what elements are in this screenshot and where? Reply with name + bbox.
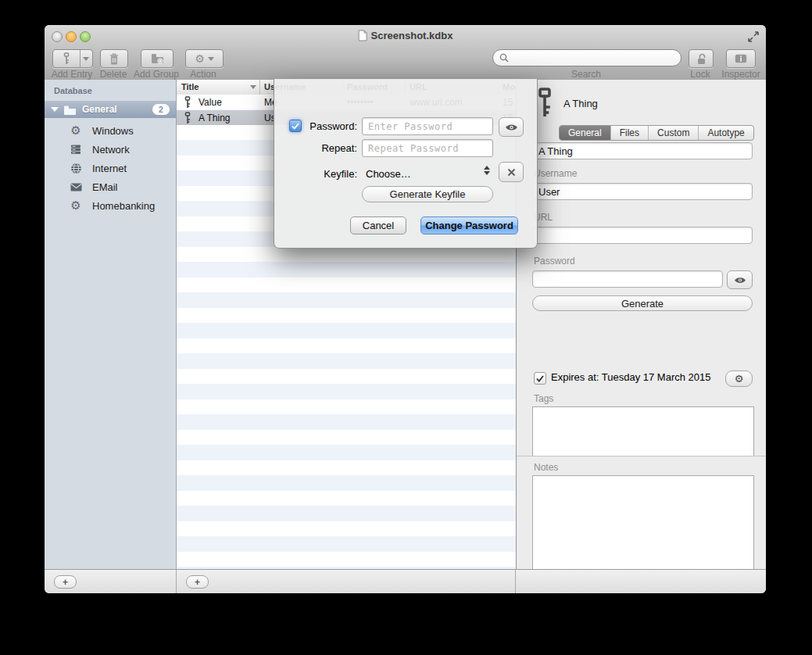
username-label: Username [534, 168, 577, 179]
column-divider[interactable] [259, 80, 260, 95]
key-icon [184, 112, 191, 124]
app-window: Screenshot.kdbx Add Entry [45, 25, 766, 593]
section-divider [517, 456, 766, 456]
column-header-title[interactable]: Title [181, 82, 199, 91]
show-password-button[interactable] [727, 270, 753, 289]
disclosure-triangle-icon[interactable] [51, 107, 59, 112]
sidebar-item-label: EMail [92, 181, 118, 193]
screen-background: Screenshot.kdbx Add Entry [0, 0, 812, 655]
sidebar: Database General 2 ⚙ Windows [45, 80, 177, 570]
chevron-down-icon [208, 57, 214, 61]
clear-keyfile-button[interactable] [499, 162, 524, 182]
gear-icon: ⚙ [69, 199, 83, 212]
tab-custom[interactable]: Custom [649, 126, 699, 140]
notes-label: Notes [534, 462, 558, 473]
eye-icon [505, 123, 518, 132]
sidebar-group-general[interactable]: General 2 [45, 101, 176, 118]
search-icon [499, 53, 509, 63]
sidebar-item-label: Windows [92, 125, 134, 137]
close-icon [507, 168, 516, 177]
stepper-icon[interactable] [484, 166, 490, 175]
sidebar-group-label: General [82, 104, 117, 115]
sidebar-item-email[interactable]: EMail [45, 177, 176, 196]
gear-icon: ⚙ [735, 373, 744, 385]
window-title: Screenshot.kdbx [371, 30, 453, 41]
server-icon [69, 143, 83, 156]
add-entry-label: Add Entry [45, 69, 99, 80]
add-entry-main-segment[interactable] [54, 50, 80, 67]
info-icon [735, 54, 747, 63]
generate-keyfile-button[interactable]: Generate Keyfile [362, 186, 493, 202]
sidebar-item-label: Internet [92, 163, 127, 174]
expires-checkbox[interactable] [534, 372, 546, 385]
inspector-tabs: General Files Custom Autotype [559, 125, 754, 141]
sidebar-item-internet[interactable]: Internet [45, 159, 176, 177]
checkmark-icon [536, 375, 544, 382]
add-entry-button[interactable] [52, 49, 93, 68]
minimize-window-button[interactable] [66, 31, 77, 42]
action-label: Action [180, 69, 227, 80]
plus-icon: + [195, 578, 200, 587]
fullscreen-icon[interactable] [747, 30, 760, 43]
tags-textarea[interactable] [532, 406, 754, 456]
trash-icon [109, 53, 119, 65]
inspector-label: Inspector [717, 69, 765, 80]
tab-general[interactable]: General [560, 126, 611, 140]
search-field[interactable] [492, 49, 681, 66]
sheet-show-password-button[interactable] [499, 117, 524, 137]
folder-plus-icon [151, 53, 164, 64]
document-icon [358, 30, 367, 41]
search-input[interactable] [512, 52, 674, 64]
url-field[interactable] [532, 227, 753, 244]
key-icon [184, 96, 191, 109]
inspector-button[interactable] [726, 49, 756, 68]
zoom-window-button[interactable] [80, 31, 91, 42]
key-icon [535, 88, 554, 119]
sheet-repeat-input[interactable] [362, 139, 493, 157]
window-title-group: Screenshot.kdbx [358, 30, 453, 41]
keyfile-popup[interactable]: Choose… [366, 168, 411, 180]
action-button[interactable]: ⚙ [185, 49, 224, 68]
sheet-password-input[interactable] [362, 117, 493, 135]
change-password-sheet: Password: Repeat: Keyfile: Choose… [274, 79, 538, 249]
sort-descending-icon [250, 85, 256, 89]
globe-icon [69, 162, 83, 174]
delete-label: Delete [94, 69, 133, 80]
tags-label: Tags [534, 393, 553, 404]
sidebar-section-header: Database [54, 86, 92, 95]
tab-files[interactable]: Files [611, 126, 649, 140]
entry-title: Value [199, 97, 222, 108]
add-entry-footer-button[interactable]: + [186, 575, 209, 589]
eye-icon [734, 276, 746, 285]
sheet-password-label: Password: [298, 120, 357, 132]
chevron-down-icon [83, 57, 89, 61]
close-window-button[interactable] [52, 31, 63, 42]
search-label: Search [563, 69, 610, 80]
sidebar-item-homebanking[interactable]: ⚙ Homebanking [45, 196, 176, 215]
add-entry-dropdown-segment[interactable] [80, 50, 92, 67]
sidebar-item-windows[interactable]: ⚙ Windows [45, 121, 176, 140]
entry-count-badge: 2 [152, 104, 170, 115]
add-group-footer-button[interactable]: + [54, 575, 77, 589]
generate-password-button[interactable]: Generate [532, 295, 753, 311]
password-field[interactable] [532, 270, 723, 288]
add-group-label: Add Group [129, 69, 184, 80]
tab-autotype[interactable]: Autotype [699, 126, 753, 140]
username-field[interactable] [532, 183, 753, 200]
gear-icon: ⚙ [69, 124, 83, 137]
change-password-button[interactable]: Change Password [420, 217, 518, 234]
sidebar-item-network[interactable]: Network [45, 140, 176, 159]
sheet-keyfile-label: Keyfile: [298, 168, 357, 180]
key-icon [63, 52, 70, 65]
title-field[interactable] [532, 142, 753, 159]
entry-title: A Thing [199, 113, 230, 123]
expires-settings-button[interactable]: ⚙ [725, 370, 753, 387]
delete-button[interactable] [100, 49, 128, 68]
add-group-button[interactable] [141, 49, 173, 68]
lock-open-icon [696, 53, 706, 65]
lock-button[interactable] [689, 49, 714, 68]
sidebar-item-label: Homebanking [92, 200, 155, 212]
cancel-button[interactable]: Cancel [350, 217, 406, 234]
window-chrome: Screenshot.kdbx Add Entry [45, 25, 766, 81]
envelope-icon [69, 181, 83, 193]
